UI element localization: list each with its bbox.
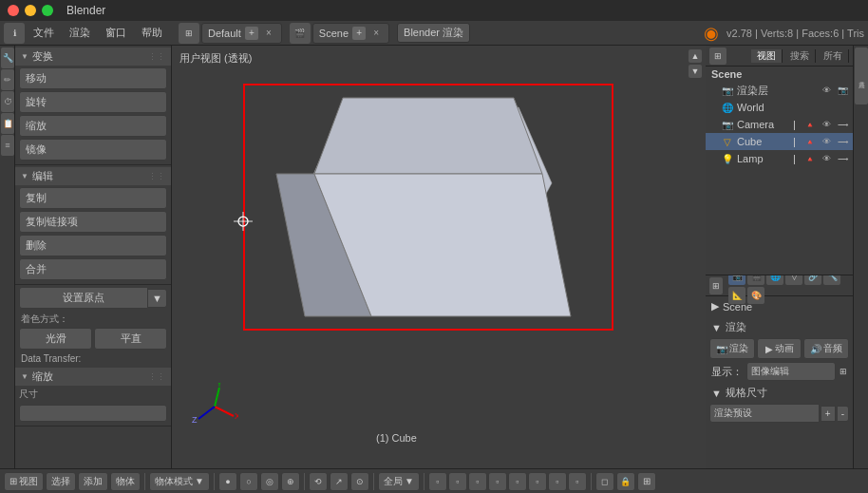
props-scene-icon[interactable]: 🎬 — [747, 275, 764, 285]
cube-restrict-btn[interactable]: 🔺 — [803, 135, 817, 148]
render-preset-add-btn[interactable]: + — [821, 406, 836, 422]
props-constraint-icon[interactable]: 🔗 — [804, 275, 821, 285]
proportional-btn[interactable]: ⊙ — [350, 472, 369, 491]
close-workspace-btn[interactable]: × — [262, 27, 275, 40]
object-menu-btn[interactable]: 物体 — [110, 472, 141, 491]
viewport-solid-btn[interactable]: ● — [218, 472, 237, 491]
shading-flat-btn[interactable]: 平直 — [94, 328, 167, 350]
render-preset-btn[interactable]: 渲染预设 — [709, 404, 820, 423]
grid-btn-5[interactable]: ▫ — [508, 472, 527, 491]
scene-tab[interactable]: Scene + × — [312, 23, 389, 44]
outliner-tab-all[interactable]: 所有 — [818, 49, 849, 63]
edit-section-header[interactable]: ▼ 编辑 ⋮⋮ — [15, 167, 171, 185]
outliner-item-lamp[interactable]: 💡 Lamp | 🔺 👁 ⟶ — [706, 150, 853, 167]
ltab-create[interactable]: 🔧 — [1, 47, 14, 68]
shading-smooth-btn[interactable]: 光滑 — [19, 328, 92, 350]
props-menu-btn[interactable]: ⊞ — [709, 277, 723, 294]
scene-icon[interactable]: 🎬 — [290, 23, 311, 44]
duplicate-button[interactable]: 复制 — [19, 187, 167, 209]
menu-window[interactable]: 窗口 — [99, 24, 133, 42]
viewport-render-btn[interactable]: ◎ — [260, 472, 279, 491]
ltab-edit[interactable]: ✏ — [1, 69, 14, 90]
ltab-misc[interactable]: ≡ — [1, 135, 14, 156]
camera-render-btn[interactable]: ⟶ — [836, 118, 849, 131]
props-object-icon[interactable]: ▽ — [785, 275, 802, 285]
lock-btn[interactable]: 🔒 — [616, 472, 635, 491]
add-menu-btn[interactable]: 添加 — [78, 472, 108, 491]
global-local-btn[interactable]: 全局 ▼ — [378, 472, 420, 491]
render-audio-btn[interactable]: 🔊 音频 — [803, 338, 849, 359]
outliner-item-cube[interactable]: ▽ Cube | 🔺 👁 ⟶ — [706, 133, 853, 150]
props-modifier-icon[interactable]: 🔧 — [823, 275, 840, 285]
menu-render[interactable]: 渲染 — [63, 24, 97, 42]
camera-restrict-btn[interactable]: 🔺 — [803, 118, 817, 131]
scale-button[interactable]: 缩放 — [19, 115, 167, 137]
outliner-tab-search[interactable]: 搜索 — [784, 49, 816, 63]
set-origin-button[interactable]: 设置原点 — [19, 287, 148, 309]
render-anim-btn[interactable]: ▶ 动画 — [757, 338, 802, 359]
add-workspace-btn[interactable]: + — [245, 27, 258, 40]
grid-btn-6[interactable]: ▫ — [528, 472, 547, 491]
grid-btn-4[interactable]: ▫ — [488, 472, 507, 491]
maximize-button[interactable] — [42, 5, 53, 16]
viewport-size-btn[interactable]: ⊞ — [637, 472, 656, 491]
render-preset-rm-btn[interactable]: - — [838, 406, 849, 422]
grid-btn-2[interactable]: ▫ — [448, 472, 467, 491]
scale-slider[interactable] — [19, 405, 167, 422]
workspace-tab[interactable]: Default + × — [201, 23, 282, 44]
renderlayer-render-btn[interactable]: 📷 — [836, 84, 849, 97]
select-menu-btn[interactable]: 选择 — [46, 472, 76, 491]
mirror-button[interactable]: 镜像 — [19, 139, 167, 161]
ltab-layer[interactable]: 📋 — [1, 113, 14, 134]
rtab-tools[interactable]: 道具 — [855, 47, 868, 104]
scale-section-header[interactable]: ▼ 缩放 ⋮⋮ — [15, 368, 171, 386]
outliner-item-world[interactable]: 🌐 World — [706, 99, 853, 116]
render-section-header[interactable]: ▼ 渲染 — [711, 318, 847, 336]
cube-render-btn[interactable]: ⟶ — [836, 135, 849, 148]
camera-eye-btn[interactable]: 👁 — [820, 118, 833, 131]
scroll-up-btn[interactable]: ▲ — [689, 49, 702, 63]
dim-section-header[interactable]: ▼ 规格尺寸 — [706, 384, 853, 402]
duplicate-link-button[interactable]: 复制链接项 — [19, 211, 167, 233]
lamp-restrict-btn[interactable]: 🔺 — [803, 152, 817, 165]
info-icon[interactable]: ℹ — [4, 23, 25, 44]
add-scene-btn[interactable]: + — [352, 27, 366, 40]
set-origin-arrow[interactable]: ▼ — [148, 289, 167, 308]
grid-btn-3[interactable]: ▫ — [468, 472, 487, 491]
render-image-btn[interactable]: 📷 渲染 — [709, 338, 755, 359]
close-button[interactable] — [8, 5, 19, 16]
viewport-material-btn[interactable]: ⊕ — [281, 472, 300, 491]
view-menu-btn[interactable]: ⊞ 视图 — [4, 472, 44, 491]
cube-eye-btn[interactable]: 👁 — [820, 135, 833, 148]
ltab-history[interactable]: ⏱ — [1, 91, 14, 112]
transform-section-header[interactable]: ▼ 变换 ⋮⋮ — [15, 47, 171, 66]
layout-icon[interactable]: ⊞ — [179, 23, 199, 44]
outliner-tab-view[interactable]: 视图 — [751, 49, 783, 63]
menu-file[interactable]: 文件 — [27, 24, 61, 42]
rotate-button[interactable]: 旋转 — [19, 91, 167, 113]
outliner-item-renderlayer[interactable]: 📷 渲染层 👁 📷 — [706, 82, 853, 99]
grid-btn-7[interactable]: ▫ — [548, 472, 567, 491]
snapping-btn[interactable]: ↗ — [330, 472, 349, 491]
menu-help[interactable]: 帮助 — [135, 24, 169, 42]
join-button[interactable]: 合并 — [19, 258, 167, 280]
lamp-render-btn[interactable]: ⟶ — [836, 152, 849, 165]
viewport[interactable]: 用户视图 (透视) — [172, 46, 706, 468]
renderlayer-eye-btn[interactable]: 👁 — [820, 84, 833, 97]
layers-btn[interactable]: ◻ — [595, 472, 614, 491]
viewport-wire-btn[interactable]: ○ — [239, 472, 258, 491]
props-render-icon[interactable]: 📷 — [728, 275, 745, 285]
lamp-eye-btn[interactable]: 👁 — [820, 152, 833, 165]
display-select[interactable]: 图像编辑 — [746, 362, 836, 381]
outliner-item-camera[interactable]: 📷 Camera | 🔺 👁 ⟶ — [706, 116, 853, 133]
grid-btn-1[interactable]: ▫ — [428, 472, 447, 491]
minimize-button[interactable] — [25, 5, 36, 16]
close-scene-btn[interactable]: × — [369, 27, 383, 40]
grid-btn-8[interactable]: ▫ — [568, 472, 587, 491]
mode-selector[interactable]: 物体模式 ▼ — [149, 472, 210, 491]
move-button[interactable]: 移动 — [19, 67, 167, 89]
outliner-menu-btn[interactable]: ⊞ — [709, 47, 726, 65]
engine-selector[interactable]: Blender 渲染 — [397, 23, 470, 43]
scroll-down-btn[interactable]: ▼ — [689, 65, 702, 78]
props-world-icon[interactable]: 🌐 — [766, 275, 783, 285]
